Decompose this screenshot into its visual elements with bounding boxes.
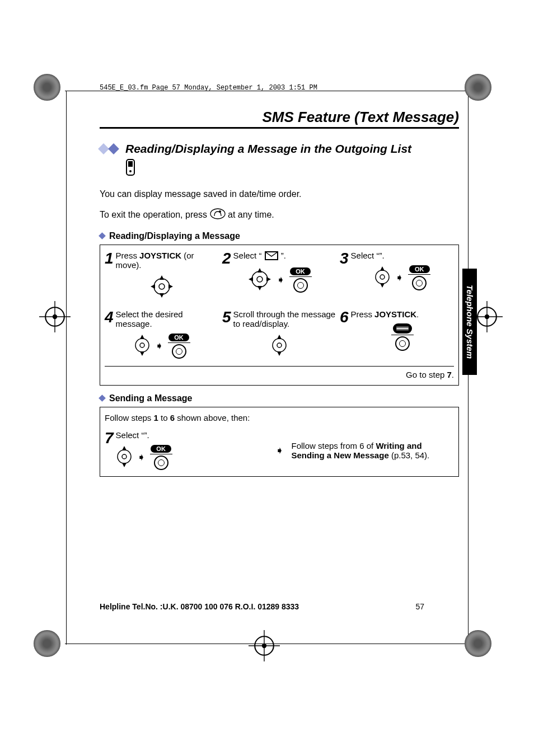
step-1: 1 Press JOYSTICK (or move). (105, 251, 219, 300)
step-5: 5 Scroll through the message to read/dis… (222, 309, 336, 359)
svg-marker-45 (122, 446, 127, 450)
subsection-sending: Sending a Message (100, 393, 459, 403)
svg-point-43 (118, 450, 131, 463)
svg-point-44 (122, 454, 127, 459)
svg-point-31 (376, 270, 389, 284)
page-title: SMS Feature (Text Message) (100, 109, 459, 126)
section-title-text: Reading/Displaying a Message in the Outg… (125, 142, 411, 156)
svg-point-32 (380, 275, 385, 279)
step-3: 3 Select “”. ➧ OK (340, 251, 454, 300)
diamond-bullet-icon (100, 145, 120, 153)
helpline-text: Helpline Tel.No. :U.K. 08700 100 076 R.O… (100, 602, 299, 611)
ok-button-graphic: OK (289, 267, 312, 293)
follow-instruction: Follow steps from 6 of Writing and Sendi… (292, 441, 455, 460)
svg-marker-42 (277, 351, 282, 356)
registration-mark-icon (39, 301, 62, 323)
page-footer: Helpline Tel.No. :U.K. 08700 100 076 R.O… (100, 602, 424, 611)
step-4: 4 Select the desired message. ➧ OK (105, 309, 219, 359)
follow-steps-line: Follow steps 1 to 6 shown above, then: (105, 413, 454, 422)
svg-point-26 (257, 276, 263, 282)
svg-point-7 (485, 314, 489, 319)
svg-marker-20 (160, 293, 164, 298)
svg-point-17 (154, 279, 170, 294)
title-area: SMS Feature (Text Message) (100, 109, 459, 129)
step-number: 1 (105, 251, 114, 266)
registration-dot (465, 74, 491, 101)
svg-point-3 (53, 314, 57, 319)
step-2: 2 Select “ ”. ➧ OK (222, 251, 336, 300)
svg-marker-41 (277, 335, 282, 339)
svg-rect-13 (128, 161, 133, 167)
step-number: 3 (340, 251, 349, 266)
subsection-reading: Reading/Displaying a Message (100, 231, 459, 241)
registration-dot (465, 630, 491, 657)
svg-point-11 (262, 644, 266, 648)
step-number: 6 (340, 309, 349, 325)
handset-icon (125, 159, 459, 180)
steps-box-1: 1 Press JOYSTICK (or move). 2 Select “ (100, 245, 459, 386)
step-number: 4 (105, 309, 114, 325)
svg-marker-38 (140, 351, 144, 356)
arrow-right-icon: ➧ (275, 444, 284, 457)
small-diamond-icon (99, 232, 106, 240)
joystick-4way-icon (247, 267, 272, 293)
svg-point-15 (210, 209, 225, 219)
steps-box-2: Follow steps 1 to 6 shown above, then: 7… (100, 407, 459, 477)
svg-marker-30 (266, 277, 271, 281)
step-number: 2 (222, 251, 231, 266)
svg-marker-19 (160, 275, 164, 280)
svg-marker-34 (380, 283, 385, 288)
intro-line-1: You can display message saved in date/ti… (100, 188, 459, 200)
small-diamond-icon (99, 395, 106, 402)
joystick-updown-icon (271, 333, 288, 359)
registration-mark-icon (249, 630, 271, 652)
svg-point-18 (159, 284, 165, 289)
goto-line: Go to step 7. (105, 366, 454, 379)
joystick-4way-icon (149, 274, 174, 300)
arrow-right-icon: ➧ (137, 451, 146, 463)
intro-line-2: To exit the operation, press at any time… (100, 208, 459, 223)
envelope-icon (264, 251, 279, 262)
step-number: 7 (105, 430, 114, 446)
step-number: 5 (222, 309, 231, 325)
svg-point-39 (273, 339, 286, 352)
svg-point-36 (140, 343, 144, 348)
header-filename: 545E_E_03.fm Page 57 Monday, September 1… (100, 84, 459, 92)
step-6: 6 Press JOYSTICK. (340, 309, 454, 359)
svg-marker-22 (168, 284, 173, 289)
registration-dot (34, 630, 60, 657)
ok-button-graphic: OK (408, 265, 430, 291)
menu-button-graphic (391, 323, 414, 351)
joystick-updown-icon (374, 265, 391, 291)
svg-marker-37 (140, 335, 144, 339)
section-tab-label: Telephone System (465, 285, 475, 359)
exit-key-icon (210, 208, 226, 223)
svg-point-40 (277, 343, 282, 348)
arrow-right-icon: ➧ (155, 340, 163, 352)
svg-marker-21 (151, 284, 155, 289)
svg-point-14 (129, 170, 132, 172)
arrow-right-icon: ➧ (277, 274, 285, 286)
ok-button-graphic: OK (150, 445, 172, 471)
svg-point-16 (219, 210, 221, 213)
title-rule (100, 127, 459, 129)
joystick-updown-icon (134, 333, 151, 359)
menu-icon (393, 323, 412, 334)
page-content: 545E_E_03.fm Page 57 Monday, September 1… (100, 84, 459, 477)
svg-point-25 (252, 271, 268, 287)
joystick-updown-icon (116, 444, 133, 471)
step-7: 7 Select “”. ➧ OK (105, 430, 268, 471)
page-number: 57 (415, 602, 424, 611)
arrow-right-icon: ➧ (395, 271, 404, 284)
svg-marker-29 (249, 277, 253, 281)
registration-dot (34, 74, 60, 101)
svg-marker-46 (122, 463, 127, 467)
section-tab: Telephone System (462, 269, 477, 375)
svg-marker-27 (257, 268, 262, 273)
ok-button-graphic: OK (168, 334, 190, 359)
svg-point-35 (135, 339, 149, 352)
svg-marker-28 (257, 286, 262, 290)
svg-marker-33 (380, 266, 385, 271)
section-title: Reading/Displaying a Message in the Outg… (100, 142, 459, 156)
